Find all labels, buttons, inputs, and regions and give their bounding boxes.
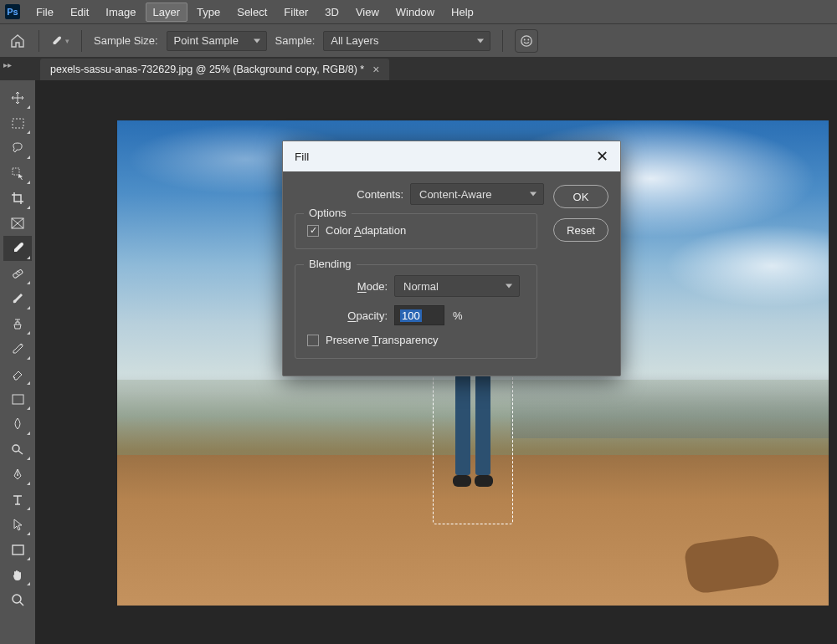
close-tab-icon[interactable]: × bbox=[372, 63, 379, 76]
percent-label: % bbox=[453, 309, 463, 322]
menu-type[interactable]: Type bbox=[189, 3, 228, 22]
tool-move[interactable] bbox=[3, 85, 32, 110]
document-tab-title: pexels-sassu-anas-732629.jpg @ 25% (Back… bbox=[50, 64, 364, 75]
dialog-titlebar[interactable]: Fill ✕ bbox=[283, 141, 620, 171]
tool-eraser[interactable] bbox=[3, 361, 32, 386]
menu-3d[interactable]: 3D bbox=[317, 3, 347, 22]
opacity-label: Opacity: bbox=[307, 309, 388, 322]
menu-view[interactable]: View bbox=[348, 3, 387, 22]
divider bbox=[39, 30, 39, 52]
fill-dialog: Fill ✕ Contents: Content-Aware Options C… bbox=[282, 141, 621, 376]
share-icon[interactable] bbox=[515, 29, 538, 53]
menu-image[interactable]: Image bbox=[98, 3, 143, 22]
menu-window[interactable]: Window bbox=[388, 3, 442, 22]
expand-panels-icon[interactable]: ▸▸ bbox=[3, 60, 12, 69]
svg-rect-8 bbox=[13, 269, 23, 279]
divider bbox=[502, 30, 503, 52]
mode-dropdown[interactable]: Normal bbox=[394, 275, 520, 297]
sample-size-label: Sample Size: bbox=[94, 34, 158, 47]
contents-label: Contents: bbox=[295, 188, 403, 201]
svg-rect-5 bbox=[13, 168, 19, 175]
checkbox-icon[interactable] bbox=[307, 335, 319, 346]
contents-dropdown[interactable]: Content-Aware bbox=[410, 183, 544, 205]
color-adaptation-label: Color Adaptation bbox=[326, 224, 406, 237]
menu-edit[interactable]: Edit bbox=[63, 3, 96, 22]
ok-button[interactable]: OK bbox=[553, 185, 608, 208]
optionsbar: ▾ Sample Size: Point Sample Sample: All … bbox=[0, 23, 837, 57]
chevron-down-icon: ▾ bbox=[65, 37, 69, 45]
tool-gradient[interactable] bbox=[3, 386, 32, 411]
menu-filter[interactable]: Filter bbox=[276, 3, 316, 22]
menu-help[interactable]: Help bbox=[444, 3, 481, 22]
close-icon[interactable]: ✕ bbox=[596, 147, 608, 166]
tool-healing[interactable] bbox=[3, 261, 32, 286]
mode-label: Mode: bbox=[307, 280, 388, 293]
svg-point-14 bbox=[13, 595, 21, 603]
svg-point-1 bbox=[521, 35, 531, 45]
tool-pen[interactable] bbox=[3, 462, 32, 487]
svg-point-12 bbox=[17, 474, 18, 476]
svg-point-11 bbox=[13, 445, 19, 452]
blending-legend: Blending bbox=[304, 258, 357, 270]
tabstrip: ▸▸ pexels-sassu-anas-732629.jpg @ 25% (B… bbox=[0, 57, 837, 80]
svg-rect-13 bbox=[13, 545, 23, 555]
sample-size-dropdown[interactable]: Point Sample bbox=[167, 31, 267, 51]
toolbar bbox=[0, 80, 35, 644]
svg-point-3 bbox=[528, 38, 530, 40]
tool-clone[interactable] bbox=[3, 311, 32, 336]
tool-type[interactable] bbox=[3, 487, 32, 512]
tool-quick-select[interactable] bbox=[3, 161, 32, 186]
tool-blur[interactable] bbox=[3, 411, 32, 437]
eyedropper-tool-icon[interactable]: ▾ bbox=[51, 32, 69, 50]
tool-crop[interactable] bbox=[3, 186, 32, 211]
tool-hand[interactable] bbox=[3, 562, 32, 587]
opacity-input[interactable]: 100 bbox=[394, 305, 444, 325]
svg-rect-4 bbox=[13, 119, 23, 128]
menu-file[interactable]: File bbox=[28, 3, 61, 22]
svg-point-2 bbox=[524, 38, 526, 40]
svg-rect-10 bbox=[13, 395, 23, 404]
svg-rect-9 bbox=[13, 395, 23, 404]
tool-rectangle[interactable] bbox=[3, 537, 32, 562]
sample-label: Sample: bbox=[275, 34, 316, 47]
options-legend: Options bbox=[304, 207, 352, 219]
home-icon[interactable] bbox=[8, 33, 27, 49]
tool-frame[interactable] bbox=[3, 211, 32, 236]
svg-point-7 bbox=[20, 243, 23, 246]
tool-lasso[interactable] bbox=[3, 135, 32, 161]
checkbox-icon[interactable] bbox=[307, 225, 319, 237]
color-adaptation-checkbox[interactable]: Color Adaptation bbox=[307, 224, 525, 237]
menubar: Ps File Edit Image Layer Type Select Fil… bbox=[0, 0, 837, 23]
sample-dropdown[interactable]: All Layers bbox=[323, 31, 490, 51]
tool-brush[interactable] bbox=[3, 286, 32, 311]
preserve-transparency-label: Preserve Transparency bbox=[326, 334, 438, 346]
document-tab[interactable]: pexels-sassu-anas-732629.jpg @ 25% (Back… bbox=[40, 59, 389, 80]
menu-select[interactable]: Select bbox=[229, 3, 275, 22]
tool-dodge[interactable] bbox=[3, 437, 32, 462]
preserve-transparency-checkbox[interactable]: Preserve Transparency bbox=[307, 334, 525, 346]
app-logo: Ps bbox=[5, 4, 20, 19]
tool-history-brush[interactable] bbox=[3, 336, 32, 361]
tool-marquee[interactable] bbox=[3, 110, 32, 135]
reset-button[interactable]: Reset bbox=[553, 218, 608, 242]
divider bbox=[81, 30, 82, 52]
tool-eyedropper[interactable] bbox=[3, 236, 32, 261]
menu-layer[interactable]: Layer bbox=[146, 3, 188, 22]
dialog-title: Fill bbox=[295, 151, 309, 163]
svg-point-0 bbox=[59, 36, 61, 38]
tool-path-select[interactable] bbox=[3, 512, 32, 537]
tool-zoom[interactable] bbox=[3, 587, 32, 612]
